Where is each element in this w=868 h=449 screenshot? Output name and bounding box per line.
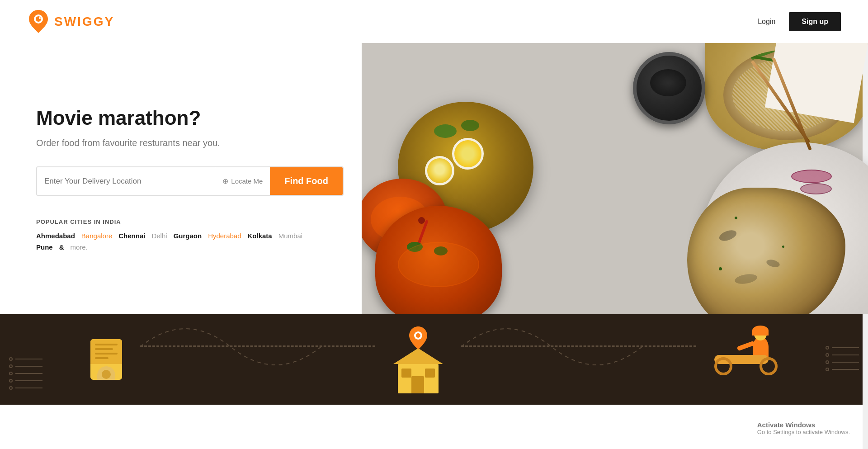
location-pin-icon	[408, 326, 428, 350]
city-chennai[interactable]: Chennai	[118, 232, 145, 240]
food-image-area	[362, 43, 868, 314]
activate-windows-notice: Activate Windows Go to Settings to activ…	[757, 421, 850, 435]
left-panel: Movie marathon? Order food from favourit…	[0, 43, 362, 314]
dotted-list-1	[9, 357, 42, 390]
svg-point-4	[416, 333, 420, 338]
svg-point-1	[36, 16, 41, 22]
search-input-area	[37, 167, 215, 195]
location-search-input[interactable]	[44, 177, 208, 186]
swiggy-logo-icon	[27, 9, 50, 34]
popular-cities-title: POPULAR CITIES IN INDIA	[36, 218, 326, 225]
connector-1	[140, 345, 375, 347]
activate-windows-line2: Go to Settings to activate Windows.	[757, 429, 850, 435]
hero-subheadline: Order food from favourite resturants nea…	[36, 138, 326, 148]
step-order	[90, 339, 122, 380]
hero-headline: Movie marathon?	[36, 106, 326, 130]
logo-area: SWIGGY	[27, 9, 114, 34]
city-mumbai[interactable]: Mumbai	[278, 232, 302, 240]
popular-cities-section: POPULAR CITIES IN INDIA Ahmedabad Bangal…	[36, 218, 326, 251]
city-kolkata[interactable]: Kolkata	[248, 232, 272, 240]
find-food-button[interactable]: Find Food	[270, 167, 343, 195]
cities-list: Ahmedabad Bangalore Chennai Delhi Gurgao…	[36, 232, 326, 251]
step-delivery	[393, 326, 443, 393]
rider-icon	[714, 337, 778, 382]
city-delhi[interactable]: Delhi	[151, 232, 167, 240]
activate-windows-line1: Activate Windows	[757, 421, 850, 429]
dotted-list-2	[826, 346, 859, 371]
step-rider	[714, 337, 778, 382]
path-curve-1	[140, 324, 375, 369]
connector-2	[461, 345, 696, 347]
header-nav: Login Sign up	[758, 12, 841, 31]
login-button[interactable]: Login	[758, 18, 775, 26]
svg-point-2	[39, 17, 41, 19]
locate-me-label: Locate Me	[231, 177, 263, 185]
city-ahmedabad[interactable]: Ahmedabad	[36, 232, 75, 240]
header: SWIGGY Login Sign up	[0, 0, 868, 43]
sauce-bowl	[633, 52, 705, 124]
main-layout: Movie marathon? Order food from favourit…	[0, 43, 868, 314]
menu-icon	[90, 339, 122, 380]
locate-me-button[interactable]: ⊕ Locate Me	[215, 167, 270, 195]
naan-plate	[701, 142, 868, 314]
house-icon	[393, 348, 443, 393]
city-and: &	[59, 243, 64, 251]
search-bar: ⊕ Locate Me Find Food	[36, 166, 344, 196]
right-panel	[362, 43, 868, 314]
city-more[interactable]: more.	[71, 243, 88, 251]
logo-text: SWIGGY	[54, 14, 114, 29]
bottom-section	[0, 314, 868, 405]
city-hyderabad[interactable]: Hyderabad	[208, 232, 241, 240]
signup-button[interactable]: Sign up	[789, 12, 841, 31]
location-icon: ⊕	[222, 177, 228, 185]
city-pune[interactable]: Pune	[36, 243, 53, 251]
city-gurgaon[interactable]: Gurgaon	[174, 232, 202, 240]
city-bangalore[interactable]: Bangalore	[81, 232, 112, 240]
path-curve-2	[461, 324, 696, 369]
